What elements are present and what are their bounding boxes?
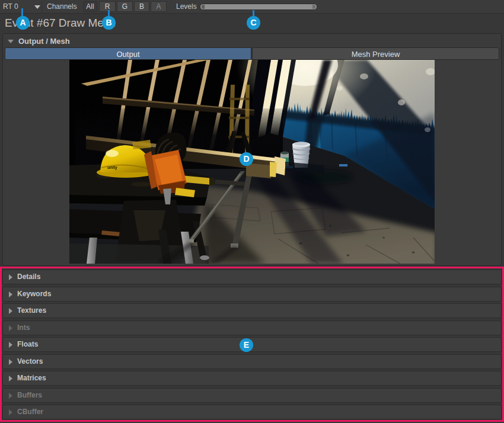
svg-text:unity: unity: [107, 165, 117, 170]
